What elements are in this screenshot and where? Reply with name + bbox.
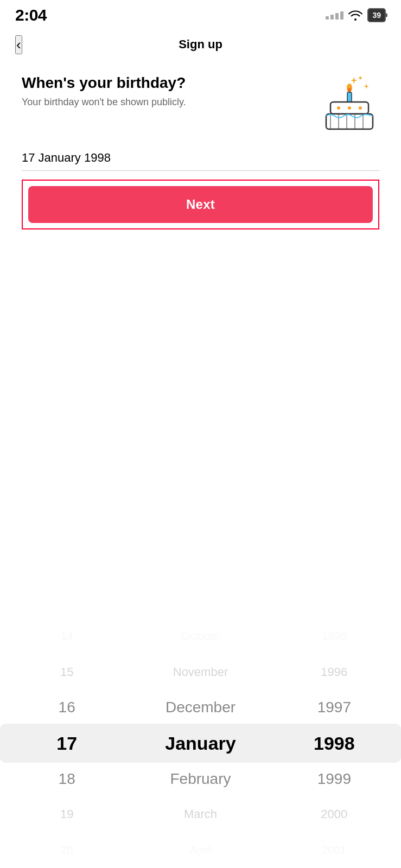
picker-item[interactable]: November <box>133 654 267 690</box>
svg-point-4 <box>348 88 351 92</box>
picker-item[interactable]: 19 <box>0 797 133 833</box>
picker-item[interactable]: April <box>133 832 267 868</box>
next-button[interactable]: Next <box>28 186 373 223</box>
picker-item[interactable]: 1997 <box>268 690 401 725</box>
picker-item[interactable]: January <box>133 725 267 761</box>
next-button-wrapper: Next <box>22 180 379 229</box>
svg-rect-7 <box>326 114 373 129</box>
header: ‹ Sign up <box>0 28 401 61</box>
picker-item[interactable]: 1996 <box>268 654 401 690</box>
page-title: Sign up <box>179 37 222 52</box>
status-bar: 2:04 39 <box>0 0 401 28</box>
picker-item[interactable]: 15 <box>0 654 133 690</box>
picker-item[interactable]: March <box>133 797 267 833</box>
battery-indicator: 39 <box>367 8 386 22</box>
birthday-section: When's your birthday? Your birthday won'… <box>22 74 379 133</box>
picker-item[interactable]: 2000 <box>268 797 401 833</box>
svg-point-14 <box>348 106 351 110</box>
birthday-cake-icon: + + ✦ <box>320 74 379 133</box>
picker-item[interactable]: 17 <box>0 725 133 761</box>
date-display: 17 January 1998 <box>22 151 379 171</box>
picker-column-year[interactable]: 1995199619971998199920002001 <box>268 618 401 868</box>
birthday-subtext: Your birthday won't be shown publicly. <box>22 97 186 108</box>
svg-text:+: + <box>351 75 357 86</box>
svg-text:+: + <box>364 82 368 91</box>
picker-item[interactable]: February <box>133 761 267 797</box>
picker-item[interactable]: October <box>133 618 267 654</box>
picker-item[interactable]: 14 <box>0 618 133 654</box>
picker-item[interactable]: 20 <box>0 832 133 868</box>
picker-columns: 14151617181920 OctoberNovemberDecemberJa… <box>0 618 401 868</box>
birthday-text: When's your birthday? Your birthday won'… <box>22 74 186 108</box>
svg-text:✦: ✦ <box>358 74 363 82</box>
main-content: When's your birthday? Your birthday won'… <box>0 61 401 229</box>
picker-column-day[interactable]: 14151617181920 <box>0 618 133 868</box>
svg-point-13 <box>337 106 340 110</box>
signal-icon <box>326 11 343 20</box>
svg-point-15 <box>359 106 362 110</box>
picker-item[interactable]: 1999 <box>268 761 401 797</box>
picker-item[interactable]: 18 <box>0 761 133 797</box>
status-time: 2:04 <box>15 6 47 24</box>
picker-item[interactable]: 16 <box>0 690 133 725</box>
date-value: 17 January 1998 <box>22 151 379 171</box>
picker-item[interactable]: 1995 <box>268 618 401 654</box>
picker-item[interactable]: 1998 <box>268 725 401 761</box>
back-button[interactable]: ‹ <box>15 35 22 54</box>
picker-item[interactable]: 2001 <box>268 832 401 868</box>
date-picker-area[interactable]: 14151617181920 OctoberNovemberDecemberJa… <box>0 618 401 868</box>
picker-column-month[interactable]: OctoberNovemberDecemberJanuaryFebruaryMa… <box>133 618 267 868</box>
svg-rect-5 <box>347 92 352 102</box>
picker-item[interactable]: December <box>133 690 267 725</box>
birthday-heading: When's your birthday? <box>22 74 186 92</box>
status-icons: 39 <box>326 8 386 22</box>
wifi-icon <box>348 10 363 21</box>
